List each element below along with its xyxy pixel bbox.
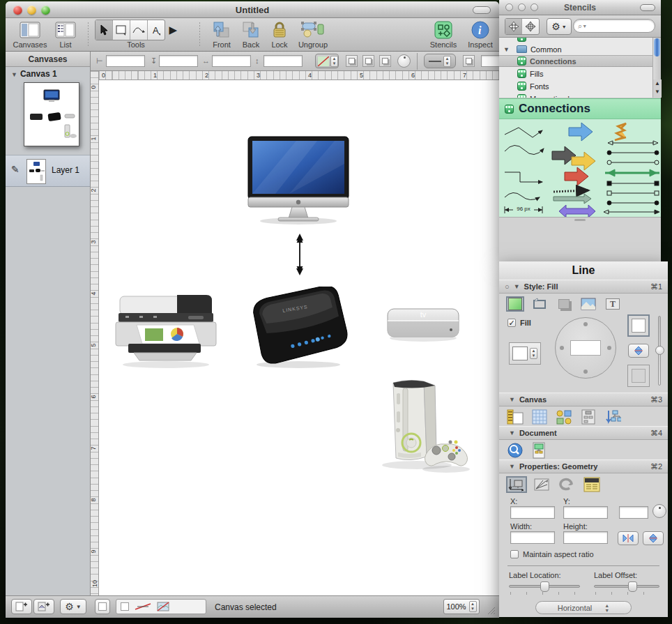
stencil-list-scrollbar[interactable]: ▲▼	[652, 38, 661, 98]
outline-tab[interactable]	[579, 409, 597, 425]
disclosure-triangle-icon[interactable]: ▼	[509, 396, 515, 403]
lock-button[interactable]: Lock	[266, 20, 293, 49]
image-tab[interactable]	[579, 296, 597, 312]
canvas-1-row[interactable]: ▼Canvas 1	[6, 67, 90, 81]
width-field[interactable]	[212, 55, 251, 67]
horizontal-ruler[interactable]: 0 1 2 3 4 5 6 7	[99, 71, 499, 80]
fill-none-swatch[interactable]	[121, 602, 129, 611]
scrollbar-thumb[interactable]	[654, 38, 660, 56]
stencil-list-item-partial[interactable]	[499, 38, 661, 43]
properties-section-header[interactable]: ▼ Properties: Geometry ⌘2	[499, 459, 668, 473]
shadow-tab[interactable]	[555, 296, 573, 312]
document-data-tab[interactable]	[530, 443, 549, 458]
selection-tool-icon[interactable]	[96, 20, 113, 40]
apple-tv-image[interactable]: tv	[383, 300, 463, 344]
flip-vertical-button[interactable]	[643, 531, 664, 545]
document-section-header[interactable]: ▼ Document ⌘4	[499, 426, 668, 440]
geometry-height-field[interactable]	[563, 531, 608, 544]
y-position-field[interactable]	[159, 55, 198, 67]
slider-knob[interactable]	[628, 581, 637, 592]
zoom-control[interactable]: 100% ▲▼	[443, 599, 480, 614]
text-tab[interactable]: T	[604, 296, 622, 312]
pencil-icon[interactable]: ✎	[11, 164, 20, 175]
shape-tool-icon[interactable]	[113, 20, 130, 40]
canvases-button[interactable]: Canvases	[11, 20, 49, 49]
fill-color-well[interactable]: ▲▼	[509, 342, 541, 365]
swap-colors-button[interactable]	[628, 344, 649, 358]
new-layer-button[interactable]	[33, 599, 54, 614]
fill-checkbox[interactable]: ✓	[507, 319, 516, 327]
stroke-stepper[interactable]: ▲▼	[443, 56, 451, 67]
fill-color-stepper[interactable]: ▲▼	[530, 348, 537, 359]
canvas-fill-swatch[interactable]	[95, 599, 110, 614]
inspector-title[interactable]: Line	[499, 261, 668, 280]
shadow-option-1-button[interactable]	[346, 55, 358, 67]
drag-mode-segmented[interactable]	[505, 18, 540, 35]
stencil-item-fonts[interactable]: Fonts	[499, 80, 661, 92]
orientation-select[interactable]: Horizontal ▲▼	[535, 601, 632, 614]
back-button[interactable]: Back	[237, 20, 265, 49]
fill-style-button[interactable]: ▲▼	[315, 54, 339, 68]
tools-segmented-control[interactable]: A	[95, 20, 165, 40]
xbox-image[interactable]	[375, 373, 471, 474]
style-section-header[interactable]: ○ ▼ Style: Fill ⌘1	[499, 280, 668, 294]
canvas-section-header[interactable]: ▼ Canvas ⌘3	[499, 393, 668, 406]
maintain-aspect-checkbox[interactable]	[510, 550, 519, 558]
diagram-layout-tab[interactable]	[604, 409, 622, 425]
stencil-action-menu[interactable]: ⚙▼	[547, 18, 572, 35]
stroke-style-button[interactable]: ▲▼	[424, 54, 456, 68]
zoom-mode-icon[interactable]	[522, 19, 539, 34]
grid-tab[interactable]	[530, 409, 549, 425]
new-canvas-button[interactable]	[11, 599, 32, 614]
fill-stepper[interactable]: ▲▼	[330, 56, 338, 67]
main-titlebar[interactable]: Untitled	[6, 1, 499, 18]
stroke-none-icon[interactable]	[135, 602, 151, 611]
rotation-field[interactable]	[619, 506, 648, 519]
fill-tab[interactable]	[506, 296, 524, 312]
vertical-ruler[interactable]: 0 1 2 3 4 5 6 7 8 9 10	[91, 71, 99, 595]
drawing-canvas[interactable]: LINKSYS tv	[99, 80, 499, 595]
shadow-angle-dial[interactable]	[397, 54, 411, 68]
canvas-thumbnail[interactable]	[24, 82, 79, 146]
fill-blend-slider[interactable]	[658, 316, 661, 386]
move-tool-icon[interactable]	[505, 19, 522, 34]
geometry-y-field[interactable]	[563, 506, 608, 519]
stroke-corner-button[interactable]	[463, 55, 475, 67]
connections-tab[interactable]	[531, 476, 552, 493]
stencil-item-connections[interactable]: Connections	[499, 55, 661, 67]
canvas-size-tab[interactable]	[506, 409, 524, 425]
x-position-field[interactable]	[106, 55, 145, 67]
front-button[interactable]: Front	[206, 20, 237, 49]
stencil-preview-area[interactable]: 96 px	[499, 119, 661, 217]
shadow-option-2-button[interactable]	[362, 55, 374, 67]
disclosure-triangle-icon[interactable]: ▼	[509, 429, 515, 436]
stencil-item-magnetized[interactable]: Magnetized	[499, 93, 661, 98]
geometry-x-field[interactable]	[510, 506, 555, 519]
printer-image[interactable]	[113, 291, 219, 369]
stencil-item-fills[interactable]: Fills	[499, 68, 661, 79]
fill-color-1-swatch[interactable]	[627, 314, 650, 337]
fill-direction-dial[interactable]	[555, 317, 616, 379]
alignment-tab[interactable]	[555, 409, 573, 425]
detach-circle-icon[interactable]: ○	[505, 282, 510, 291]
geometry-tab[interactable]	[506, 476, 527, 493]
height-field[interactable]	[264, 55, 303, 67]
note-tab[interactable]	[581, 476, 602, 493]
disclosure-triangle-icon[interactable]: ▼	[514, 283, 520, 290]
resize-handle[interactable]	[574, 219, 586, 221]
canvas-style-control[interactable]	[116, 599, 206, 614]
flip-horizontal-button[interactable]	[618, 531, 639, 545]
disclosure-triangle-icon[interactable]: ▼	[503, 46, 510, 53]
stencil-folder-common[interactable]: ▼ Common	[499, 43, 661, 55]
action-menu-button[interactable]: ⚙▼	[60, 599, 86, 614]
list-button[interactable]: List	[52, 20, 79, 49]
text-tool-icon[interactable]: A	[148, 20, 165, 40]
slider-knob[interactable]	[540, 581, 549, 592]
fill-color-2-swatch[interactable]	[627, 365, 650, 387]
magnifier-tab[interactable]	[506, 443, 524, 458]
geometry-width-field[interactable]	[510, 531, 555, 544]
zoom-stepper[interactable]: ▲▼	[469, 601, 477, 612]
shadow-option-3-button[interactable]	[379, 55, 391, 67]
disclosure-triangle-icon[interactable]: ▼	[509, 463, 515, 470]
imac-image[interactable]	[247, 136, 349, 227]
